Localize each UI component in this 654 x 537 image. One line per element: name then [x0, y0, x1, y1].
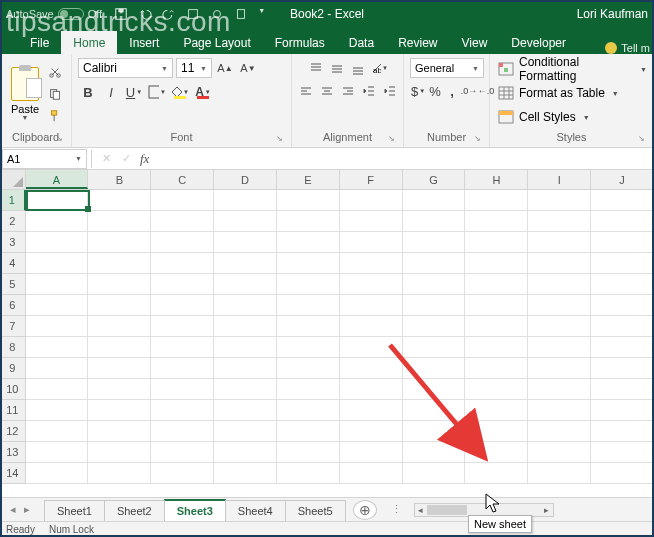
- cell[interactable]: [403, 400, 466, 421]
- cell[interactable]: [591, 232, 654, 253]
- cut-icon[interactable]: [46, 63, 64, 81]
- tell-me[interactable]: Tell m: [605, 42, 654, 54]
- cell[interactable]: [151, 316, 214, 337]
- cell[interactable]: [88, 400, 151, 421]
- cell[interactable]: [214, 295, 277, 316]
- cell[interactable]: [214, 358, 277, 379]
- cell[interactable]: [465, 295, 528, 316]
- cell[interactable]: [591, 379, 654, 400]
- formula-bar-input[interactable]: [149, 149, 654, 169]
- copy-icon[interactable]: [46, 85, 64, 103]
- cell[interactable]: [465, 190, 528, 211]
- cell[interactable]: [26, 190, 89, 211]
- cell[interactable]: [591, 316, 654, 337]
- cell[interactable]: [88, 295, 151, 316]
- column-header[interactable]: J: [591, 170, 654, 189]
- cell[interactable]: [591, 358, 654, 379]
- qat-icon[interactable]: [234, 7, 248, 21]
- cell[interactable]: [591, 211, 654, 232]
- cell[interactable]: [151, 463, 214, 484]
- cell[interactable]: [88, 379, 151, 400]
- cell[interactable]: [26, 463, 89, 484]
- sheet-tab[interactable]: Sheet3: [164, 499, 226, 521]
- cell[interactable]: [528, 232, 591, 253]
- name-box[interactable]: A1▼: [2, 149, 87, 169]
- cell-styles-button[interactable]: Cell Styles▼: [498, 106, 590, 128]
- cell[interactable]: [465, 274, 528, 295]
- spreadsheet-grid[interactable]: 1234567891011121314: [0, 190, 654, 498]
- cell[interactable]: [151, 400, 214, 421]
- cell[interactable]: [277, 295, 340, 316]
- italic-button[interactable]: I: [101, 82, 121, 102]
- cell[interactable]: [403, 379, 466, 400]
- cell[interactable]: [151, 337, 214, 358]
- cell[interactable]: [340, 316, 403, 337]
- enter-formula-icon[interactable]: ✓: [116, 152, 136, 165]
- cell[interactable]: [528, 190, 591, 211]
- cell[interactable]: [277, 232, 340, 253]
- sheet-tab[interactable]: Sheet2: [104, 500, 165, 521]
- cell[interactable]: [214, 253, 277, 274]
- row-header[interactable]: 1: [0, 190, 26, 211]
- qat-icon[interactable]: [186, 7, 200, 21]
- cell[interactable]: [26, 316, 89, 337]
- align-right-icon[interactable]: [338, 81, 358, 101]
- cell[interactable]: [214, 211, 277, 232]
- cell[interactable]: [340, 337, 403, 358]
- cell[interactable]: [26, 253, 89, 274]
- cell[interactable]: [151, 253, 214, 274]
- cell[interactable]: [88, 358, 151, 379]
- cell[interactable]: [591, 274, 654, 295]
- column-header[interactable]: B: [88, 170, 151, 189]
- cell[interactable]: [88, 463, 151, 484]
- align-middle-icon[interactable]: [327, 58, 347, 78]
- cell[interactable]: [214, 421, 277, 442]
- sheet-tab[interactable]: Sheet1: [44, 500, 105, 521]
- cell[interactable]: [403, 232, 466, 253]
- row-header[interactable]: 10: [0, 379, 26, 400]
- cell[interactable]: [403, 190, 466, 211]
- cell[interactable]: [528, 379, 591, 400]
- cell[interactable]: [340, 211, 403, 232]
- cell[interactable]: [277, 190, 340, 211]
- column-header[interactable]: F: [340, 170, 403, 189]
- tab-developer[interactable]: Developer: [499, 31, 578, 54]
- sheet-nav-next-icon[interactable]: ▸: [20, 503, 34, 516]
- save-icon[interactable]: [114, 7, 128, 21]
- cell[interactable]: [277, 421, 340, 442]
- row-header[interactable]: 6: [0, 295, 26, 316]
- cell[interactable]: [151, 421, 214, 442]
- cell[interactable]: [528, 295, 591, 316]
- cell[interactable]: [214, 463, 277, 484]
- cell[interactable]: [403, 358, 466, 379]
- cell[interactable]: [277, 379, 340, 400]
- cell[interactable]: [26, 442, 89, 463]
- cell[interactable]: [340, 463, 403, 484]
- cell[interactable]: [151, 379, 214, 400]
- cell[interactable]: [465, 442, 528, 463]
- align-top-icon[interactable]: [306, 58, 326, 78]
- tab-data[interactable]: Data: [337, 31, 386, 54]
- row-header[interactable]: 9: [0, 358, 26, 379]
- cell[interactable]: [465, 211, 528, 232]
- cell[interactable]: [465, 232, 528, 253]
- cell[interactable]: [88, 253, 151, 274]
- scroll-left-icon[interactable]: ◂: [415, 505, 427, 515]
- cell[interactable]: [26, 421, 89, 442]
- cell[interactable]: [403, 295, 466, 316]
- increase-decimal-icon[interactable]: .0→: [461, 81, 477, 101]
- column-header[interactable]: G: [403, 170, 466, 189]
- fx-icon[interactable]: fx: [136, 151, 149, 167]
- align-center-icon[interactable]: [317, 81, 337, 101]
- decrease-indent-icon[interactable]: [359, 81, 379, 101]
- cell[interactable]: [151, 295, 214, 316]
- increase-font-icon[interactable]: A▲: [215, 58, 235, 78]
- tab-insert[interactable]: Insert: [117, 31, 171, 54]
- redo-icon[interactable]: [162, 7, 176, 21]
- cell[interactable]: [591, 463, 654, 484]
- cell[interactable]: [26, 379, 89, 400]
- sheet-tab[interactable]: Sheet5: [285, 500, 346, 521]
- cell[interactable]: [591, 421, 654, 442]
- column-header[interactable]: A: [26, 170, 89, 189]
- cell[interactable]: [465, 400, 528, 421]
